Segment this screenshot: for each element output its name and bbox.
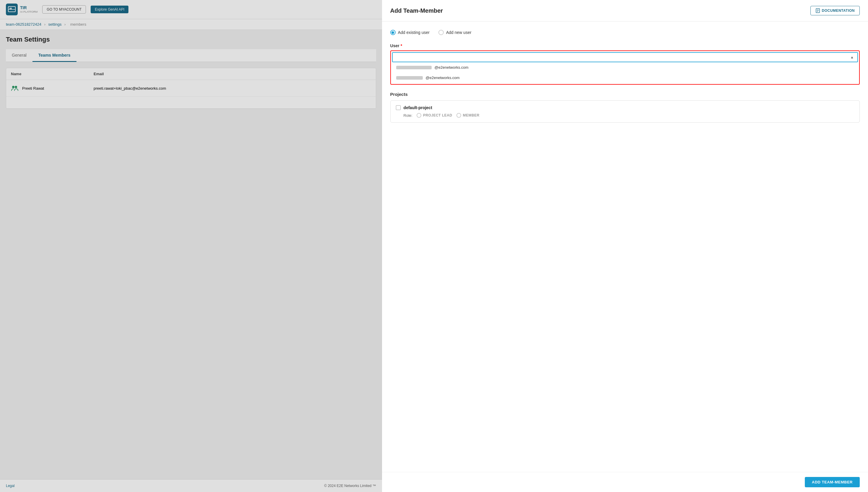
add-team-member-panel: Add Team-Member DOCUMENTATION Add existi… xyxy=(382,0,868,492)
role-project-lead[interactable]: PROJECT LEAD xyxy=(417,113,452,118)
breadcrumb: team-062518272424 › settings › members xyxy=(0,19,382,30)
role-label: Role: xyxy=(404,113,413,118)
radio-new-label: Add new user xyxy=(446,30,471,35)
table-header: Name Email xyxy=(6,68,376,80)
role-member[interactable]: MEMBER xyxy=(456,113,479,118)
genai-button[interactable]: Explore GenAI API xyxy=(91,6,128,13)
radio-add-new[interactable]: Add new user xyxy=(439,30,471,35)
footer-copyright: © 2024 E2E Networks Limited ™ xyxy=(324,484,376,488)
col-actions xyxy=(182,72,371,76)
myaccount-button[interactable]: GO TO MYACCOUNT xyxy=(42,5,86,14)
role-row: Role: PROJECT LEAD MEMBER xyxy=(396,113,854,118)
dropdown-item-1[interactable]: @e2enetworks.com xyxy=(392,62,858,73)
col-email: Email xyxy=(94,72,182,76)
project-card-default: default-project Role: PROJECT LEAD MEMBE… xyxy=(390,100,860,123)
radio-existing-indicator xyxy=(390,30,396,35)
tab-general[interactable]: General xyxy=(6,49,32,62)
project-name-row: default-project xyxy=(396,105,854,110)
projects-label: Projects xyxy=(390,92,860,97)
user-email-domain-2: @e2enetworks.com xyxy=(426,75,460,80)
left-panel: TIR AI PLATFORM GO TO MYACCOUNT Explore … xyxy=(0,0,382,492)
user-blurred-name-1 xyxy=(396,66,432,69)
user-email-domain-1: @e2enetworks.com xyxy=(435,65,469,70)
user-cell: Preeti Rawat xyxy=(11,84,94,92)
breadcrumb-members: members xyxy=(70,22,86,27)
table-row: Preeti Rawat preeti.rawat+loki_pbac@e2en… xyxy=(6,80,376,97)
radio-new-indicator xyxy=(439,30,444,35)
header: TIR AI PLATFORM GO TO MYACCOUNT Explore … xyxy=(0,0,382,19)
radio-existing-label: Add existing user xyxy=(398,30,429,35)
page-footer: Legal © 2024 E2E Networks Limited ™ xyxy=(0,479,382,492)
required-indicator: * xyxy=(401,43,402,48)
project-checkbox[interactable] xyxy=(396,105,401,110)
doc-icon xyxy=(816,8,820,13)
role-member-label: MEMBER xyxy=(463,113,479,117)
tab-teams-members[interactable]: Teams Members xyxy=(32,49,76,62)
doc-btn-label: DOCUMENTATION xyxy=(822,8,855,13)
modal-footer: ADD TEAM-MEMBER xyxy=(382,472,868,492)
logo-icon xyxy=(6,3,18,15)
documentation-button[interactable]: DOCUMENTATION xyxy=(811,6,860,15)
breadcrumb-team[interactable]: team-062518272424 xyxy=(6,22,41,27)
svg-point-3 xyxy=(12,86,15,88)
user-select-input[interactable]: ▲ xyxy=(392,52,858,62)
modal-title: Add Team-Member xyxy=(390,7,443,14)
add-team-member-button[interactable]: ADD TEAM-MEMBER xyxy=(805,477,860,487)
empty-row xyxy=(6,97,376,108)
modal-body: Add existing user Add new user User * ▲ xyxy=(382,22,868,472)
user-form-section: User * ▲ @e2enetworks.com @e2enetworks xyxy=(390,43,860,85)
breadcrumb-settings[interactable]: settings xyxy=(48,22,62,27)
member-email: preeti.rawat+loki_pbac@e2enetworks.com xyxy=(94,86,182,91)
page-title: Team Settings xyxy=(6,36,376,43)
projects-section: Projects default-project Role: PROJECT L… xyxy=(390,92,860,123)
user-blurred-name-2 xyxy=(396,76,423,80)
tabs-container: General Teams Members xyxy=(6,49,376,62)
modal-header: Add Team-Member DOCUMENTATION xyxy=(382,0,868,22)
user-dropdown-list: @e2enetworks.com @e2enetworks.com xyxy=(392,62,858,83)
col-name: Name xyxy=(11,72,94,76)
chevron-up-icon: ▲ xyxy=(850,55,854,59)
radio-add-existing[interactable]: Add existing user xyxy=(390,30,429,35)
role-lead-radio xyxy=(417,113,421,118)
page-content: Team Settings General Teams Members Name… xyxy=(0,30,382,479)
user-field-label: User * xyxy=(390,43,860,48)
logo: TIR AI PLATFORM xyxy=(6,3,38,15)
role-member-radio xyxy=(456,113,461,118)
member-name: Preeti Rawat xyxy=(22,86,44,91)
svg-rect-1 xyxy=(9,8,12,9)
role-lead-label: PROJECT LEAD xyxy=(423,113,452,117)
svg-point-4 xyxy=(15,86,17,88)
user-select-container: ▲ @e2enetworks.com @e2enetworks.com xyxy=(390,50,860,85)
footer-legal-link[interactable]: Legal xyxy=(6,484,15,488)
dropdown-item-2[interactable]: @e2enetworks.com xyxy=(392,73,858,83)
logo-text: TIR AI PLATFORM xyxy=(20,6,38,13)
user-avatar-icon xyxy=(11,84,19,92)
members-table: Name Email Preeti Rawat p xyxy=(6,68,376,109)
user-type-radio-group: Add existing user Add new user xyxy=(390,30,860,35)
project-name: default-project xyxy=(404,105,432,110)
